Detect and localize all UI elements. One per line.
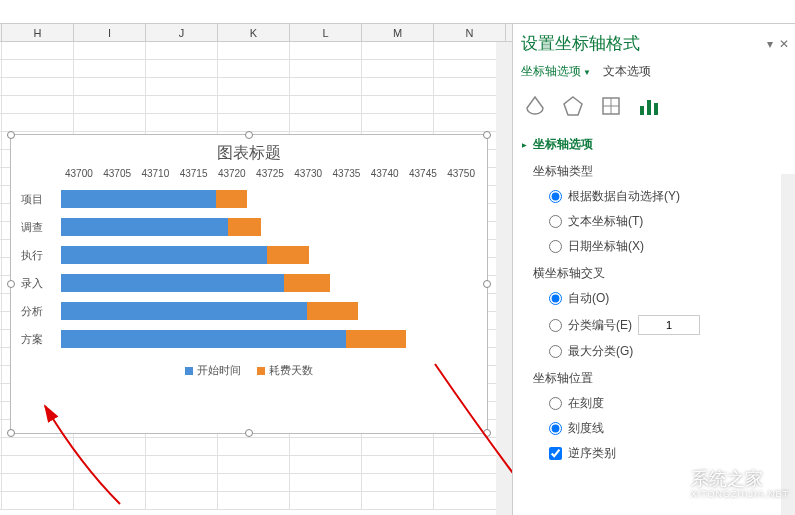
resize-handle[interactable] bbox=[483, 131, 491, 139]
chart-plot-area[interactable]: 项目调查执行录入分析方案 bbox=[11, 179, 487, 357]
legend-item-2[interactable]: 耗费天数 bbox=[257, 363, 313, 378]
legend-label: 开始时间 bbox=[197, 363, 241, 378]
resize-handle[interactable] bbox=[7, 280, 15, 288]
panel-body[interactable]: 坐标轴选项 坐标轴类型 根据数据自动选择(Y) 文本坐标轴(T) 日期坐标轴(X… bbox=[521, 132, 795, 502]
legend-item-1[interactable]: 开始时间 bbox=[185, 363, 241, 378]
radio-text-axis[interactable]: 文本坐标轴(T) bbox=[521, 209, 791, 234]
legend-swatch bbox=[185, 367, 193, 375]
resize-handle[interactable] bbox=[7, 131, 15, 139]
chart[interactable]: 图表标题 43700437054371043715437204372543730… bbox=[10, 134, 488, 434]
tab-text-options[interactable]: 文本选项 bbox=[603, 63, 651, 80]
spreadsheet[interactable]: H I J K L M N 图表标题 437004370543710437154… bbox=[0, 24, 512, 515]
resize-handle[interactable] bbox=[7, 429, 15, 437]
watermark: 系统之家 XITONGZHIJIA.NET bbox=[637, 461, 789, 509]
col-header-m[interactable]: M bbox=[362, 24, 434, 41]
svg-rect-4 bbox=[640, 106, 644, 115]
vertical-scrollbar[interactable] bbox=[496, 42, 512, 515]
resize-handle[interactable] bbox=[245, 131, 253, 139]
col-header-i[interactable]: I bbox=[74, 24, 146, 41]
effects-icon[interactable] bbox=[561, 94, 585, 122]
radio-between-tick[interactable]: 刻度线 bbox=[521, 416, 791, 441]
size-icon[interactable] bbox=[599, 94, 623, 122]
svg-rect-6 bbox=[654, 103, 658, 115]
formula-bar[interactable] bbox=[0, 0, 795, 24]
category-label: 录入 bbox=[21, 276, 61, 291]
resize-handle[interactable] bbox=[483, 429, 491, 437]
radio-cross-max[interactable]: 最大分类(G) bbox=[521, 339, 791, 364]
format-axis-panel: 设置坐标轴格式 ▾ ✕ 坐标轴选项▼ 文本选项 坐标轴选项 坐标轴类型 根据数据… bbox=[512, 24, 795, 515]
chart-icon[interactable] bbox=[637, 94, 661, 122]
chart-legend[interactable]: 开始时间 耗费天数 bbox=[11, 357, 487, 384]
column-headers: H I J K L M N bbox=[0, 24, 512, 42]
svg-marker-0 bbox=[564, 97, 582, 115]
legend-swatch bbox=[257, 367, 265, 375]
panel-title: 设置坐标轴格式 bbox=[521, 32, 640, 55]
col-header-k[interactable]: K bbox=[218, 24, 290, 41]
col-header-h[interactable]: H bbox=[2, 24, 74, 41]
category-label: 调查 bbox=[21, 220, 61, 235]
col-header-l[interactable]: L bbox=[290, 24, 362, 41]
close-icon[interactable]: ✕ bbox=[779, 37, 789, 51]
radio-on-tick[interactable]: 在刻度 bbox=[521, 391, 791, 416]
radio-auto-select[interactable]: 根据数据自动选择(Y) bbox=[521, 184, 791, 209]
tab-axis-options[interactable]: 坐标轴选项▼ bbox=[521, 63, 591, 80]
cross-label: 横坐标轴交叉 bbox=[521, 259, 791, 286]
position-label: 坐标轴位置 bbox=[521, 364, 791, 391]
fill-icon[interactable] bbox=[523, 94, 547, 122]
axis-type-label: 坐标轴类型 bbox=[521, 157, 791, 184]
radio-cross-category[interactable]: 分类编号(E) bbox=[521, 311, 791, 339]
panel-dropdown-icon[interactable]: ▾ bbox=[767, 37, 773, 51]
category-label: 执行 bbox=[21, 248, 61, 263]
resize-handle[interactable] bbox=[483, 280, 491, 288]
category-label: 项目 bbox=[21, 192, 61, 207]
section-axis-options[interactable]: 坐标轴选项 bbox=[521, 132, 791, 157]
category-label: 分析 bbox=[21, 304, 61, 319]
category-label: 方案 bbox=[21, 332, 61, 347]
legend-label: 耗费天数 bbox=[269, 363, 313, 378]
category-number-input[interactable] bbox=[638, 315, 700, 335]
radio-date-axis[interactable]: 日期坐标轴(X) bbox=[521, 234, 791, 259]
chart-title[interactable]: 图表标题 bbox=[11, 135, 487, 168]
col-header-n[interactable]: N bbox=[434, 24, 506, 41]
x-axis-ticks: 4370043705437104371543720437254373043735… bbox=[11, 168, 487, 179]
radio-cross-auto[interactable]: 自动(O) bbox=[521, 286, 791, 311]
col-header-j[interactable]: J bbox=[146, 24, 218, 41]
resize-handle[interactable] bbox=[245, 429, 253, 437]
svg-rect-5 bbox=[647, 100, 651, 115]
